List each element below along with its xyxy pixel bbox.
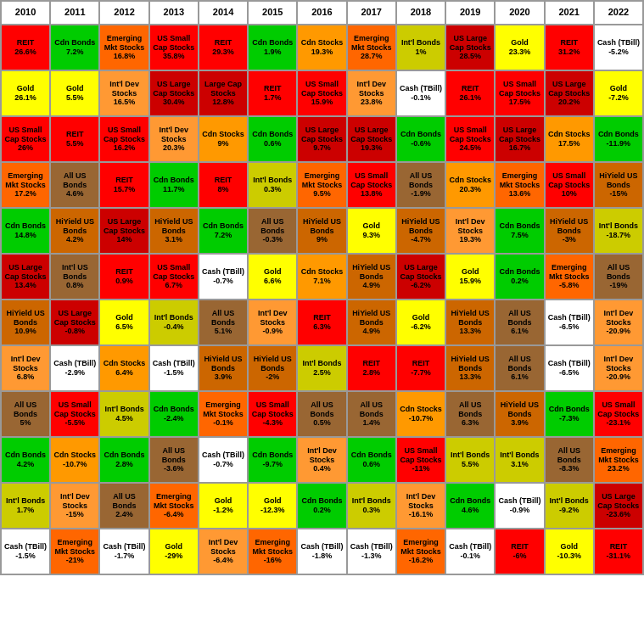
asset-name: Cdn Bonds [203, 221, 244, 231]
cell-row4-col7: Gold9.3% [347, 208, 396, 254]
asset-name: Emerging Mkt Stocks [3, 171, 48, 190]
asset-name: All US Bonds [151, 446, 197, 465]
asset-value: 28.7% [361, 52, 383, 61]
cell-row5-col0: US Large Cap Stocks13.4% [1, 254, 50, 300]
asset-name: REIT [511, 542, 529, 552]
asset-name: US Large Cap Stocks [398, 263, 444, 282]
cell-row2-col12: Cdn Bonds-11.9% [594, 116, 643, 162]
asset-name: US Small Cap Stocks [299, 80, 344, 98]
cell-row1-col12: Gold-7.2% [594, 70, 643, 116]
asset-name: Large Cap Stocks [200, 80, 246, 98]
cell-row5-col1: Int'l US Bonds0.8% [50, 254, 99, 300]
asset-name: Cdn Stocks [202, 130, 244, 139]
cell-row1-col6: US Small Cap Stocks15.9% [297, 70, 346, 116]
asset-value: 19.3% [361, 143, 383, 153]
asset-value: 26.6% [14, 48, 36, 57]
asset-value: 13.3% [459, 372, 481, 382]
asset-value: 0.3% [362, 506, 380, 515]
cell-row5-col9: Gold15.9% [445, 254, 495, 300]
asset-name: Int'l Dev Stocks [101, 80, 147, 98]
asset-name: All US Bonds [349, 400, 395, 419]
asset-value: 5.1% [215, 327, 232, 336]
asset-value: -21% [66, 556, 84, 565]
asset-name: US Small Cap Stocks [398, 446, 444, 465]
asset-name: Cdn Stocks [449, 176, 491, 185]
asset-value: 7.2% [215, 231, 232, 240]
asset-name: US Small Cap Stocks [101, 126, 147, 144]
asset-name: Emerging Mkt Stocks [299, 171, 344, 190]
cell-row2-col5: Cdn Bonds0.6% [248, 116, 297, 162]
asset-name: Int'l Bonds [550, 496, 589, 506]
asset-name: HiYield US Bonds [496, 400, 542, 419]
asset-value: 0.2% [511, 277, 529, 286]
asset-value: -9.2% [559, 506, 580, 515]
cell-row5-col10: Cdn Bonds0.2% [495, 254, 544, 300]
asset-value: -7.2% [608, 93, 629, 103]
cell-row8-col0: All US Bonds5% [1, 391, 50, 437]
asset-value: 16.7% [509, 143, 531, 153]
asset-value: -2.9% [65, 368, 86, 378]
asset-name: Cdn Bonds [154, 405, 194, 414]
asset-value: 13.8% [361, 189, 383, 199]
asset-value: -3% [563, 235, 576, 244]
cell-row2-col1: REIT5.5% [50, 116, 99, 162]
asset-name: Gold [560, 542, 578, 552]
asset-name: US Large Cap Stocks [496, 126, 542, 144]
asset-value: -1.7% [115, 552, 135, 561]
asset-name: Cash (TBill) [449, 542, 491, 552]
asset-value: -0.3% [263, 235, 283, 244]
asset-value: 15.9% [459, 277, 481, 286]
cell-row7-col4: HiYield US Bonds3.9% [199, 345, 248, 391]
cell-row1-col5: REIT1.7% [248, 70, 297, 116]
cell-row7-col5: HiYield US Bonds-2% [248, 345, 297, 391]
asset-value: 14% [117, 235, 132, 244]
cell-row1-col3: US Large Cap Stocks30.4% [149, 70, 199, 116]
asset-name: US Small Cap Stocks [249, 400, 295, 419]
asset-name: All US Bonds [200, 309, 246, 328]
asset-name: Int'l Dev Stocks [299, 446, 344, 465]
asset-value: -6.4% [213, 556, 233, 565]
cell-row8-col8: Cdn Stocks-10.7% [396, 391, 445, 437]
asset-name: HiYield US Bonds [151, 217, 197, 236]
asset-name: Int'l Dev Stocks [398, 492, 444, 511]
asset-name: REIT [313, 313, 331, 322]
asset-value: -15% [609, 189, 627, 199]
asset-name: Int'l Dev Stocks [349, 80, 395, 98]
cell-row8-col1: US Small Cap Stocks-5.5% [50, 391, 99, 437]
asset-value: 1.4% [362, 418, 380, 428]
cell-row11-col6: Cash (TBill)-1.8% [297, 529, 346, 574]
asset-value: 9% [218, 139, 229, 148]
asset-value: 4.5% [115, 414, 133, 423]
cell-row7-col9: HiYield US Bonds13.3% [445, 345, 495, 391]
asset-value: 12.8% [212, 98, 234, 107]
asset-value: 6.3% [313, 322, 331, 332]
asset-value: 4.2% [66, 235, 84, 244]
asset-name: REIT [362, 359, 380, 368]
cell-row6-col6: REIT6.3% [297, 300, 346, 345]
asset-name: Cash (TBill) [4, 542, 47, 552]
cell-row1-col10: US Small Cap Stocks17.5% [495, 70, 544, 116]
asset-name: All US Bonds [299, 400, 344, 419]
cell-row2-col9: US Small Cap Stocks24.5% [445, 116, 495, 162]
asset-value: -23.1% [607, 418, 631, 428]
asset-name: Int'l Dev Stocks [3, 355, 48, 373]
cell-row8-col2: Int'l Bonds4.5% [99, 391, 148, 437]
cell-row6-col12: Int'l Dev Stocks-20.9% [594, 300, 643, 345]
cell-row6-col11: Cash (TBill)-6.5% [545, 300, 594, 345]
asset-name: US Large Cap Stocks [52, 309, 98, 328]
asset-name: Int'l Bonds [6, 496, 45, 506]
asset-name: Cash (TBill) [597, 38, 640, 48]
asset-value: -0.1% [411, 93, 431, 103]
asset-name: US Large Cap Stocks [151, 80, 197, 98]
asset-name: Gold [66, 84, 84, 93]
cell-row2-col11: Cdn Stocks17.5% [545, 116, 594, 162]
asset-name: Int'l Bonds [253, 176, 292, 185]
asset-name: Emerging Mkt Stocks [398, 538, 444, 557]
cell-row8-col7: All US Bonds1.4% [347, 391, 396, 437]
asset-name: Int'l Bonds [401, 38, 440, 48]
asset-value: 15.7% [114, 185, 136, 194]
cell-row11-col4: Int'l Dev Stocks-6.4% [199, 529, 248, 574]
asset-value: 9% [316, 235, 328, 244]
asset-name: Int'l Dev Stocks [249, 309, 295, 328]
asset-name: HiYield US Bonds [249, 355, 295, 373]
